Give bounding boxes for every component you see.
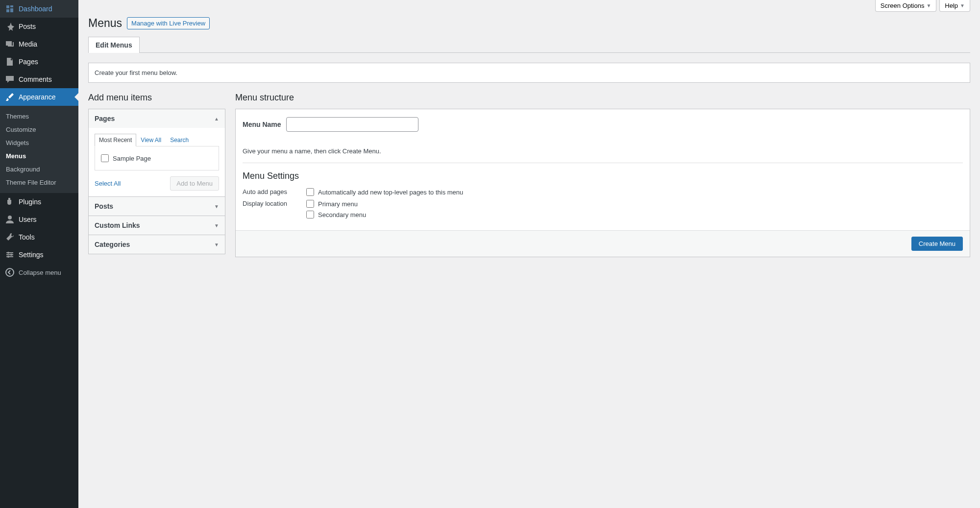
sidebar-label: Tools <box>19 233 35 241</box>
comment-icon <box>5 74 15 84</box>
pages-tab-most-recent[interactable]: Most Recent <box>95 134 136 146</box>
tab-edit-menus[interactable]: Edit Menus <box>88 37 140 53</box>
menu-structure-heading: Menu structure <box>235 93 970 103</box>
svg-point-6 <box>7 256 9 258</box>
page-item-checkbox[interactable] <box>101 154 109 162</box>
media-icon <box>5 39 15 49</box>
screen-options-button[interactable]: Screen Options ▼ <box>875 0 937 12</box>
caret-down-icon: ▼ <box>214 204 219 209</box>
menu-name-input[interactable] <box>286 117 418 132</box>
notice-box: Create your first menu below. <box>88 63 970 83</box>
add-to-menu-button[interactable]: Add to Menu <box>170 176 219 191</box>
submenu-customize[interactable]: Customize <box>0 123 78 136</box>
display-secondary-checkbox[interactable] <box>306 211 314 218</box>
accordion-title: Pages <box>95 115 115 122</box>
help-button[interactable]: Help ▼ <box>939 0 970 12</box>
accordion-posts: Posts ▼ <box>89 196 225 216</box>
pages-tab-view-all[interactable]: View All <box>136 134 166 146</box>
sidebar-label: Appearance <box>19 93 56 101</box>
page-title: Menus <box>88 17 122 30</box>
accordion-title: Posts <box>95 202 113 210</box>
display-primary-text: Primary menu <box>318 200 358 208</box>
display-primary-option[interactable]: Primary menu <box>306 200 366 208</box>
menu-structure-box: Menu Name Give your menu a name, then cl… <box>235 109 970 257</box>
caret-down-icon: ▼ <box>214 223 219 228</box>
caret-down-icon: ▼ <box>926 3 931 8</box>
auto-add-label: Auto add pages <box>243 188 306 195</box>
svg-point-5 <box>10 254 12 256</box>
sidebar-item-posts[interactable]: Posts <box>0 18 78 35</box>
menu-name-label: Menu Name <box>243 121 281 128</box>
help-label: Help <box>945 2 958 9</box>
sidebar-item-tools[interactable]: Tools <box>0 228 78 246</box>
live-preview-button[interactable]: Manage with Live Preview <box>127 17 210 29</box>
caret-up-icon: ▲ <box>214 116 219 121</box>
menu-instruction: Give your menu a name, then click Create… <box>236 140 970 163</box>
pages-tab-search[interactable]: Search <box>166 134 193 146</box>
user-icon <box>5 215 15 224</box>
sidebar-item-plugins[interactable]: Plugins <box>0 193 78 211</box>
dashboard-icon <box>5 4 15 14</box>
auto-add-checkbox[interactable] <box>306 188 314 196</box>
sidebar-item-users[interactable]: Users <box>0 211 78 228</box>
accordion-title: Categories <box>95 241 130 248</box>
plug-icon <box>5 197 15 207</box>
display-primary-checkbox[interactable] <box>306 200 314 208</box>
admin-sidebar: Dashboard Posts Media Pages Comments App… <box>0 0 78 267</box>
page-item-row[interactable]: Sample Page <box>101 152 213 164</box>
caret-down-icon: ▼ <box>960 3 965 8</box>
submenu-menus[interactable]: Menus <box>0 149 78 163</box>
menu-settings-heading: Menu Settings <box>243 171 963 181</box>
collapse-menu[interactable]: Collapse menu <box>0 264 78 267</box>
brush-icon <box>5 92 15 102</box>
sidebar-item-comments[interactable]: Comments <box>0 71 78 88</box>
svg-point-4 <box>7 252 9 254</box>
accordion-title: Custom Links <box>95 221 140 229</box>
accordion-categories: Categories ▼ <box>89 235 225 254</box>
sidebar-item-dashboard[interactable]: Dashboard <box>0 0 78 18</box>
sidebar-label: Plugins <box>19 198 41 206</box>
main-content: Screen Options ▼ Help ▼ Menus Manage wit… <box>78 0 980 267</box>
tab-nav: Edit Menus <box>88 37 970 53</box>
svg-point-0 <box>8 216 12 219</box>
page-item-label: Sample Page <box>113 155 151 162</box>
page-icon <box>5 57 15 67</box>
sidebar-label: Dashboard <box>19 5 52 13</box>
sidebar-item-appearance[interactable]: Appearance <box>0 88 78 106</box>
sidebar-label: Comments <box>19 75 52 83</box>
caret-down-icon: ▼ <box>214 242 219 247</box>
accordion-header-pages[interactable]: Pages ▲ <box>89 109 225 128</box>
create-menu-button[interactable]: Create Menu <box>911 237 963 251</box>
select-all-link[interactable]: Select All <box>95 180 121 187</box>
auto-add-option[interactable]: Automatically add new top-level pages to… <box>306 188 463 196</box>
tools-icon <box>5 232 15 242</box>
pin-icon <box>5 22 15 31</box>
appearance-submenu: Themes Customize Widgets Menus Backgroun… <box>0 106 78 193</box>
display-location-label: Display location <box>243 200 306 207</box>
sidebar-item-pages[interactable]: Pages <box>0 53 78 71</box>
settings-icon <box>5 250 15 260</box>
submenu-widgets[interactable]: Widgets <box>0 136 78 149</box>
sidebar-label: Settings <box>19 251 44 259</box>
accordion-header-posts[interactable]: Posts ▼ <box>89 197 225 216</box>
accordion-custom-links: Custom Links ▼ <box>89 216 225 235</box>
display-secondary-text: Secondary menu <box>318 211 366 218</box>
submenu-background[interactable]: Background <box>0 163 78 176</box>
auto-add-text: Automatically add new top-level pages to… <box>318 189 463 196</box>
display-secondary-option[interactable]: Secondary menu <box>306 211 366 218</box>
sidebar-label: Pages <box>19 58 38 66</box>
sidebar-label: Posts <box>19 23 36 30</box>
accordion-header-custom-links[interactable]: Custom Links ▼ <box>89 216 225 235</box>
sidebar-item-settings[interactable]: Settings <box>0 246 78 264</box>
submenu-theme-file-editor[interactable]: Theme File Editor <box>0 176 78 189</box>
sidebar-label: Users <box>19 216 37 223</box>
sidebar-item-media[interactable]: Media <box>0 35 78 53</box>
accordion-header-categories[interactable]: Categories ▼ <box>89 235 225 254</box>
screen-options-label: Screen Options <box>881 2 925 9</box>
add-items-accordion: Pages ▲ Most Recent View All Search S <box>88 109 225 254</box>
accordion-pages: Pages ▲ Most Recent View All Search S <box>89 109 225 196</box>
add-items-heading: Add menu items <box>88 93 225 103</box>
submenu-themes[interactable]: Themes <box>0 110 78 123</box>
sidebar-label: Media <box>19 40 37 48</box>
